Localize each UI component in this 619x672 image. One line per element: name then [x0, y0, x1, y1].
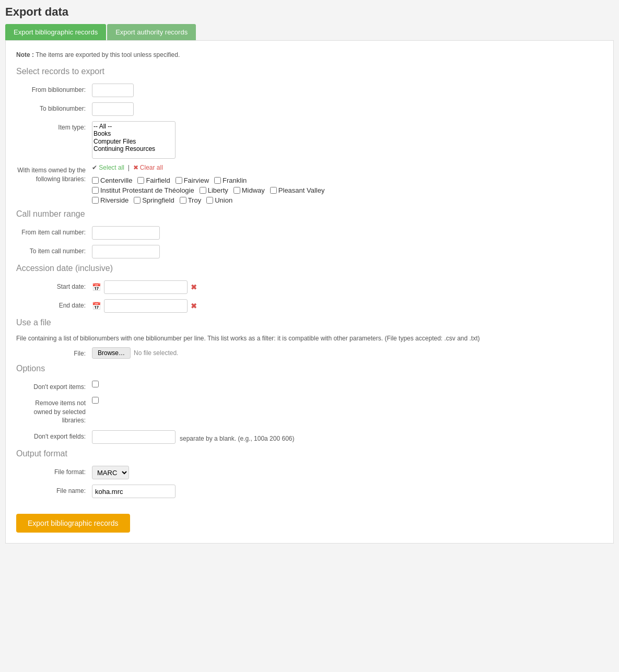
checkbox-row-2: Institut Protestant de Théologie Liberty… — [92, 186, 324, 194]
item-type-option-books: Books — [94, 130, 174, 137]
from-biblionumber-group: From biblionumber: — [16, 84, 603, 97]
no-file-text: No file selected. — [134, 349, 178, 357]
lib-fairfield[interactable]: Fairfield — [137, 176, 170, 184]
tab-authority[interactable]: Export authority records — [107, 24, 196, 40]
lib-springfield[interactable]: Springfield — [134, 196, 174, 204]
lib-riverside[interactable]: Riverside — [92, 196, 129, 204]
checkboxes-grid: Centerville Fairfield Fairview Franklin … — [92, 176, 324, 204]
lib-union[interactable]: Union — [206, 196, 232, 204]
start-date-group: Start date: 📅 ✖ — [16, 280, 603, 294]
section-select-records: Select records to export — [16, 67, 603, 76]
checkbox-row-1: Centerville Fairfield Fairview Franklin — [92, 176, 324, 184]
section-call-number: Call number range — [16, 209, 603, 219]
from-call-group: From item call number: — [16, 226, 603, 240]
browse-button[interactable]: Browse… — [92, 347, 131, 359]
end-date-group: End date: 📅 ✖ — [16, 299, 603, 313]
lib-centerville[interactable]: Centerville — [92, 176, 132, 184]
to-biblionumber-group: To biblionumber: — [16, 102, 603, 116]
dont-export-items-group: Don't export items: — [16, 381, 603, 392]
section-use-file: Use a file — [16, 318, 603, 327]
select-all-bar: ✔ Select all | ✖ Clear all — [92, 164, 324, 171]
dont-export-items-label: Don't export items: — [16, 381, 92, 392]
page-title: Export data — [5, 5, 614, 19]
item-type-option-continuing-resources: Continuing Resources — [94, 145, 174, 152]
main-panel: Note : The items are exported by this to… — [5, 40, 614, 544]
to-call-input[interactable] — [92, 245, 160, 258]
lib-institut[interactable]: Institut Protestant de Théologie — [92, 186, 194, 194]
end-date-label: End date: — [16, 299, 92, 310]
file-format-label: File format: — [16, 466, 92, 477]
file-name-label: File name: — [16, 485, 92, 496]
item-type-option-computer-files: Computer Files — [94, 138, 174, 145]
to-call-group: To item call number: — [16, 245, 603, 258]
from-biblionumber-label: From biblionumber: — [16, 84, 92, 95]
start-date-label: Start date: — [16, 280, 92, 291]
checkmark-icon: ✔ — [92, 164, 97, 171]
clear-all-link[interactable]: Clear all — [140, 164, 163, 171]
remove-items-label: Remove items not owned by selected libra… — [16, 397, 92, 425]
tab-bibliographic[interactable]: Export bibliographic records — [5, 24, 106, 40]
item-type-select[interactable]: -- All -- Books Computer Files Continuin… — [92, 121, 176, 159]
from-call-input[interactable] — [92, 226, 160, 240]
libraries-label: With items owned by the following librar… — [16, 164, 92, 184]
dont-export-items-checkbox[interactable] — [92, 381, 99, 387]
item-type-group: Item type: -- All -- Books Computer File… — [16, 121, 603, 159]
clear-icon: ✖ — [133, 164, 138, 171]
fields-row: separate by a blank. (e.g., 100a 200 606… — [92, 430, 295, 444]
file-input-row: Browse… No file selected. — [92, 347, 178, 359]
file-format-group: File format: MARC CSV — [16, 466, 603, 479]
note-bar: Note : The items are exported by this to… — [16, 51, 603, 58]
lib-franklin[interactable]: Franklin — [214, 176, 247, 184]
from-biblionumber-input[interactable] — [92, 84, 134, 97]
libraries-field: ✔ Select all | ✖ Clear all Centerville F… — [92, 164, 324, 204]
end-date-cal-icon[interactable]: 📅 — [92, 302, 101, 310]
to-biblionumber-input[interactable] — [92, 102, 134, 116]
end-date-row: 📅 ✖ — [92, 299, 197, 313]
file-label: File: — [16, 347, 92, 358]
remove-items-checkbox[interactable] — [92, 397, 99, 404]
item-type-option-all: -- All -- — [94, 123, 174, 130]
select-all-link[interactable]: Select all — [99, 164, 124, 171]
start-date-cal-icon[interactable]: 📅 — [92, 283, 101, 291]
section-output-format: Output format — [16, 449, 603, 458]
export-bibliographic-button[interactable]: Export bibliographic records — [16, 514, 130, 533]
fields-hint: separate by a blank. (e.g., 100a 200 606… — [180, 432, 295, 442]
section-options: Options — [16, 364, 603, 373]
item-type-label: Item type: — [16, 121, 92, 132]
lib-troy[interactable]: Troy — [180, 196, 202, 204]
remove-items-group: Remove items not owned by selected libra… — [16, 397, 603, 425]
lib-midway[interactable]: Midway — [233, 186, 265, 194]
dont-export-fields-label: Don't export fields: — [16, 430, 92, 441]
start-date-row: 📅 ✖ — [92, 280, 197, 294]
dont-export-fields-input[interactable] — [92, 430, 176, 444]
file-name-group: File name: — [16, 485, 603, 498]
file-description: File containing a list of biblionumbers … — [16, 335, 603, 342]
from-call-label: From item call number: — [16, 226, 92, 237]
start-date-clear-icon[interactable]: ✖ — [191, 283, 197, 291]
section-accession-date: Accession date (inclusive) — [16, 264, 603, 273]
lib-liberty[interactable]: Liberty — [200, 186, 228, 194]
lib-pleasant-valley[interactable]: Pleasant Valley — [270, 186, 325, 194]
file-format-select[interactable]: MARC CSV — [92, 466, 129, 479]
to-biblionumber-label: To biblionumber: — [16, 102, 92, 113]
tab-bar: Export bibliographic records Export auth… — [5, 24, 614, 40]
lib-fairview[interactable]: Fairview — [176, 176, 209, 184]
file-name-input[interactable] — [92, 485, 176, 498]
checkbox-row-3: Riverside Springfield Troy Union — [92, 196, 324, 204]
start-date-input[interactable] — [104, 280, 188, 294]
file-group: File: Browse… No file selected. — [16, 347, 603, 359]
to-call-label: To item call number: — [16, 245, 92, 256]
end-date-input[interactable] — [104, 299, 188, 313]
dont-export-fields-group: Don't export fields: separate by a blank… — [16, 430, 603, 444]
note-text: The items are exported by this tool unle… — [36, 51, 180, 58]
libraries-group: With items owned by the following librar… — [16, 164, 603, 204]
end-date-clear-icon[interactable]: ✖ — [191, 302, 197, 310]
